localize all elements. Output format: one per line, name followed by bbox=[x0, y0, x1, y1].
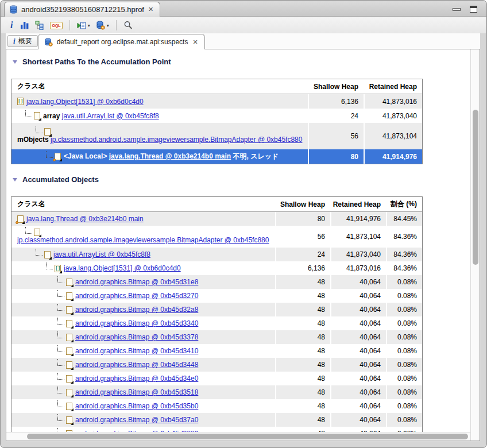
close-icon[interactable]: ✕ bbox=[192, 38, 198, 46]
outbound-marker-icon bbox=[59, 271, 62, 273]
table-row[interactable]: java.util.ArrayList @ 0xb45fc8f82441,873… bbox=[11, 248, 422, 261]
tab-suspects-report[interactable]: default_report org.eclipse.mat.api:suspe… bbox=[38, 34, 205, 49]
object-icon bbox=[66, 334, 72, 341]
table-row[interactable]: <Java Local> java.lang.Thread @ 0xb3e214… bbox=[11, 149, 422, 164]
tab-overview[interactable]: i 概要 bbox=[7, 35, 38, 47]
table-row[interactable]: []java.lang.Object[1531] @ 0xb6d0c4d06,1… bbox=[11, 261, 422, 275]
report-tab-bar: i 概要 default_report org.eclipse.mat.api:… bbox=[6, 33, 480, 49]
histogram-icon bbox=[20, 21, 29, 30]
object-link[interactable]: android.graphics.Bitmap @ 0xb45d37a0 bbox=[75, 416, 198, 424]
editor-tab-title: android3521938051608712215.hprof bbox=[21, 5, 144, 14]
run-expert-report-button[interactable]: ▾ bbox=[75, 20, 92, 31]
object-link[interactable]: jp.classmethod.android.sample.imageviewe… bbox=[17, 236, 269, 244]
table-row[interactable]: android.graphics.Bitmap @ 0xb45d35184840… bbox=[11, 385, 422, 399]
percentage-cell: 84.36% bbox=[386, 248, 422, 261]
object-link[interactable]: java.lang.Object[1531] @ 0xb6d0c4d0 bbox=[26, 98, 144, 106]
table-row[interactable]: android.graphics.Bitmap @ 0xb45d37a04840… bbox=[11, 413, 422, 427]
class-name-cell: android.graphics.Bitmap @ 0xb45d35b0 bbox=[11, 399, 275, 413]
table-row[interactable]: android.graphics.Bitmap @ 0xb45d32704840… bbox=[11, 289, 422, 303]
oql-button[interactable]: OQL bbox=[48, 21, 64, 30]
retained-heap-cell: 40,064 bbox=[330, 399, 386, 413]
close-icon[interactable]: ✕ bbox=[148, 6, 154, 13]
table-row[interactable]: android.graphics.Bitmap @ 0xb45d33404840… bbox=[11, 316, 422, 330]
table-row[interactable]: mObjects jp.classmethod.android.sample.i… bbox=[11, 123, 422, 149]
table-row[interactable]: android.graphics.Bitmap @ 0xb45d34484840… bbox=[11, 358, 422, 372]
column-header[interactable]: クラス名 bbox=[11, 197, 275, 211]
mat-hprof-editor-window: android3521938051608712215.hprof ✕ i bbox=[0, 0, 487, 448]
view-buttons bbox=[453, 6, 477, 13]
object-link[interactable]: java.util.ArrayList @ 0xb45fc8f8 bbox=[53, 250, 150, 258]
shallow-heap-cell: 80 bbox=[308, 149, 364, 164]
table-row[interactable]: array java.util.ArrayList @ 0xb45fc8f824… bbox=[11, 109, 422, 123]
class-name-cell: android.graphics.Bitmap @ 0xb45d3270 bbox=[11, 289, 275, 303]
search-button[interactable] bbox=[122, 20, 134, 31]
object-link[interactable]: android.graphics.Bitmap @ 0xb45d3448 bbox=[75, 361, 198, 369]
object-link[interactable]: android.graphics.Bitmap @ 0xb45d3270 bbox=[75, 292, 198, 300]
vertical-scrollbar[interactable] bbox=[470, 49, 480, 441]
shallow-heap-cell: 6,136 bbox=[275, 261, 330, 275]
table-row[interactable]: []java.lang.Object[1531] @ 0xb6d0c4d06,1… bbox=[11, 94, 422, 109]
table-row[interactable]: java.lang.Thread @ 0xb3e214b0 main8041,9… bbox=[11, 212, 422, 226]
column-header[interactable]: Shallow Heap bbox=[308, 79, 364, 94]
horizontal-scrollbar-thumb[interactable] bbox=[27, 434, 468, 439]
gc-root-marker-icon bbox=[53, 159, 56, 161]
outbound-marker-icon bbox=[71, 312, 74, 315]
object-icon bbox=[66, 403, 72, 410]
tree-branch-icon bbox=[36, 126, 42, 133]
column-header[interactable]: Retained Heap bbox=[364, 79, 422, 94]
object-link[interactable]: android.graphics.Bitmap @ 0xb45d31e8 bbox=[75, 278, 198, 286]
tree-branch-icon bbox=[57, 400, 64, 407]
object-link[interactable]: java.lang.Object[1531] @ 0xb6d0c4d0 bbox=[64, 264, 181, 272]
report-content: Shortest Paths To the Accumulation Point… bbox=[6, 49, 480, 441]
object-link[interactable]: android.graphics.Bitmap @ 0xb45d3340 bbox=[75, 319, 198, 327]
collapse-twistie-icon[interactable] bbox=[13, 60, 17, 64]
collapse-twistie-icon[interactable] bbox=[13, 178, 17, 181]
object-link[interactable]: android.graphics.Bitmap @ 0xb45d3378 bbox=[75, 333, 198, 341]
column-header[interactable]: Shallow Heap bbox=[275, 197, 330, 211]
table-row[interactable]: android.graphics.Bitmap @ 0xb45d34e04840… bbox=[11, 372, 422, 385]
tree-branch-icon bbox=[57, 373, 64, 380]
editor-tab-hprof[interactable]: android3521938051608712215.hprof ✕ bbox=[4, 2, 160, 17]
retained-heap-cell: 40,064 bbox=[330, 385, 386, 399]
object-link[interactable]: java.util.ArrayList @ 0xb45fc8f8 bbox=[62, 112, 159, 120]
horizontal-scrollbar[interactable] bbox=[6, 432, 470, 441]
table-row[interactable]: android.graphics.Bitmap @ 0xb45d35b04840… bbox=[11, 399, 422, 413]
outbound-marker-icon bbox=[38, 234, 41, 237]
object-link[interactable]: java.lang.Thread @ 0xb3e214b0 main bbox=[26, 215, 144, 223]
tree-branch-icon bbox=[57, 414, 64, 421]
outbound-marker-icon bbox=[71, 408, 74, 411]
column-header[interactable]: クラス名 bbox=[11, 79, 308, 94]
shallow-heap-cell: 48 bbox=[275, 289, 330, 303]
column-header[interactable]: Retained Heap bbox=[330, 197, 386, 211]
section-title: Shortest Paths To the Accumulation Point bbox=[22, 57, 171, 66]
object-link[interactable]: android.graphics.Bitmap @ 0xb45d3410 bbox=[75, 347, 198, 355]
table-row[interactable]: android.graphics.Bitmap @ 0xb45d32a84840… bbox=[11, 303, 422, 316]
object-link[interactable]: jp.classmethod.android.sample.imageviewe… bbox=[51, 136, 302, 144]
retained-heap-cell: 40,064 bbox=[330, 275, 386, 289]
table-row[interactable]: jp.classmethod.android.sample.imageviewe… bbox=[11, 226, 422, 248]
column-header[interactable]: 割合 (%) bbox=[386, 197, 422, 211]
tree-branch-icon bbox=[46, 262, 53, 269]
object-link[interactable]: android.graphics.Bitmap @ 0xb45d3518 bbox=[75, 388, 198, 396]
class-name-cell: []java.lang.Object[1531] @ 0xb6d0c4d0 bbox=[11, 261, 275, 275]
run-report-icon bbox=[77, 21, 86, 30]
vertical-scrollbar-thumb[interactable] bbox=[473, 110, 478, 265]
object-link[interactable]: android.graphics.Bitmap @ 0xb45d34e0 bbox=[75, 374, 198, 383]
shallow-heap-cell: 56 bbox=[275, 226, 330, 248]
tree-branch-icon bbox=[25, 110, 32, 117]
minimize-icon[interactable] bbox=[453, 8, 461, 11]
outbound-marker-icon bbox=[71, 381, 74, 384]
object-link[interactable]: java.lang.Thread @ 0xb3e214b0 main bbox=[109, 152, 231, 160]
object-link[interactable]: android.graphics.Bitmap @ 0xb45d32a8 bbox=[75, 306, 198, 314]
object-link[interactable]: android.graphics.Bitmap @ 0xb45d35b0 bbox=[75, 402, 198, 410]
overview-info-button[interactable]: i bbox=[7, 20, 16, 31]
histogram-button[interactable] bbox=[18, 20, 31, 31]
percentage-cell: 0.08% bbox=[386, 413, 422, 427]
table-row[interactable]: android.graphics.Bitmap @ 0xb45d31e84840… bbox=[11, 275, 422, 289]
maximize-icon[interactable] bbox=[470, 6, 477, 13]
tree-branch-icon bbox=[57, 318, 64, 325]
table-row[interactable]: android.graphics.Bitmap @ 0xb45d33784840… bbox=[11, 330, 422, 344]
dominator-tree-button[interactable] bbox=[33, 20, 46, 31]
table-row[interactable]: android.graphics.Bitmap @ 0xb45d34104840… bbox=[11, 344, 422, 358]
query-browser-button[interactable]: ▾ bbox=[94, 20, 111, 31]
